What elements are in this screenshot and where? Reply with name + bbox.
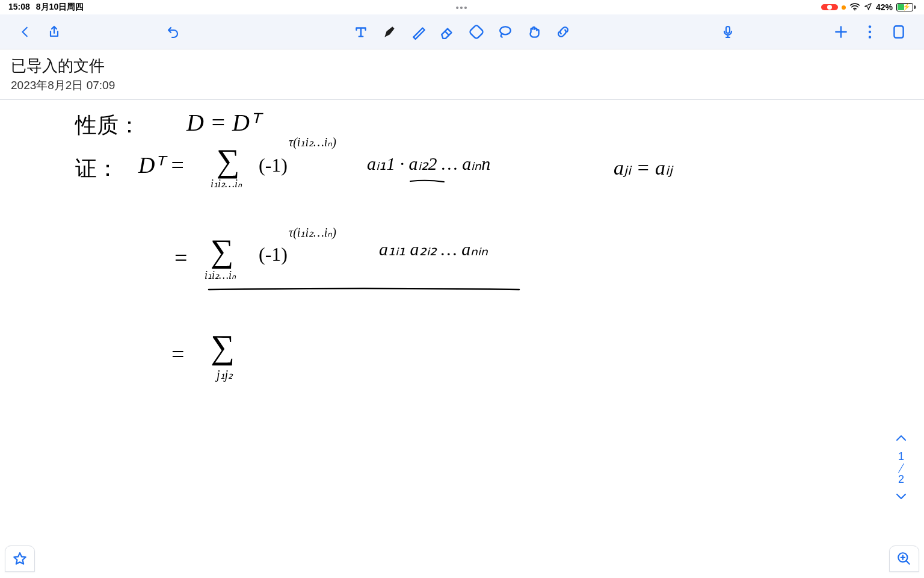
favorite-button[interactable] [5, 545, 35, 572]
screen-recording-pill[interactable] [821, 4, 838, 10]
handwriting-text: τ(i₁i₂…iₙ) [289, 135, 336, 149]
zoom-in-button[interactable] [889, 545, 919, 572]
svg-point-2 [869, 25, 871, 28]
location-icon [864, 2, 872, 13]
hand-tool-button[interactable] [520, 19, 549, 45]
wifi-icon [849, 2, 860, 13]
multitask-dots-icon[interactable]: ••• [456, 3, 469, 13]
share-button[interactable] [40, 19, 69, 45]
page-total: 2 [898, 473, 904, 486]
add-button[interactable] [827, 19, 855, 45]
note-canvas[interactable]: 性质： D = Dᵀ 证： Dᵀ = ∑ i₁i₂…iₙ (-1) τ(i₁i₂… [0, 100, 924, 578]
handwriting-text: 性质： [75, 111, 140, 140]
handwriting-text: ∑ [217, 142, 240, 179]
page-up-button[interactable] [895, 433, 907, 446]
handwriting-text: ∑ [211, 232, 234, 270]
svg-point-0 [854, 9, 855, 10]
text-tool-button[interactable] [346, 19, 375, 45]
handwriting-text: = [171, 341, 184, 367]
more-options-button[interactable] [855, 19, 884, 45]
page-divider-icon [898, 463, 904, 473]
underline-stroke [409, 178, 445, 184]
handwriting-text: j₁j₂ [217, 367, 233, 382]
privacy-dot-icon [842, 5, 846, 10]
link-tool-button[interactable] [549, 19, 578, 45]
handwriting-text: = [174, 244, 187, 271]
page-current: 1 [898, 450, 904, 463]
handwriting-text: (-1) [259, 154, 288, 176]
battery-percentage: 42% [876, 2, 893, 12]
page-navigator: 1 2 [895, 433, 907, 503]
handwriting-text: i₁i₂…iₙ [211, 177, 242, 190]
pages-button[interactable] [884, 19, 913, 45]
shape-tool-button[interactable] [462, 19, 491, 45]
handwriting-text: τ(i₁i₂…iₙ) [289, 225, 336, 240]
svg-point-3 [869, 30, 871, 33]
handwriting-text: i₁i₂…iₙ [205, 269, 236, 282]
handwriting-text: aⱼᵢ = aᵢⱼ [614, 155, 673, 179]
svg-point-4 [869, 36, 871, 38]
note-header: 已导入的文件 2023年8月2日 07:09 [0, 49, 924, 100]
status-bar: 15:08 8月10日周四 ••• 42% ⚡ [0, 0, 924, 14]
underline-stroke [208, 285, 520, 293]
note-date: 2023年8月2日 07:09 [11, 78, 913, 93]
undo-button[interactable] [159, 19, 188, 45]
status-time: 15:08 [8, 2, 30, 13]
record-dot-icon [827, 5, 832, 10]
eraser-tool-button[interactable] [433, 19, 462, 45]
handwriting-text: D = Dᵀ [186, 108, 259, 137]
handwriting-text: aᵢ₁1 · aᵢ₂2 … aᵢₙn [367, 153, 490, 174]
highlighter-tool-button[interactable] [404, 19, 433, 45]
lasso-tool-button[interactable] [491, 19, 520, 45]
status-date: 8月10日周四 [36, 2, 84, 13]
back-button[interactable] [11, 19, 40, 45]
toolbar [0, 14, 924, 49]
battery-icon: ⚡ [896, 3, 916, 11]
handwriting-text: a₁ᵢ₁ a₂ᵢ₂ … aₙᵢₙ [379, 238, 488, 259]
pen-tool-button[interactable] [375, 19, 404, 45]
handwriting-text: Dᵀ = [138, 152, 185, 178]
handwriting-text: 证： [75, 154, 119, 184]
svg-rect-1 [469, 24, 484, 39]
microphone-button[interactable] [713, 19, 742, 45]
handwriting-text: ∑ [211, 328, 235, 366]
note-title[interactable]: 已导入的文件 [11, 55, 913, 76]
handwriting-text: (-1) [259, 243, 288, 266]
page-down-button[interactable] [895, 491, 907, 503]
